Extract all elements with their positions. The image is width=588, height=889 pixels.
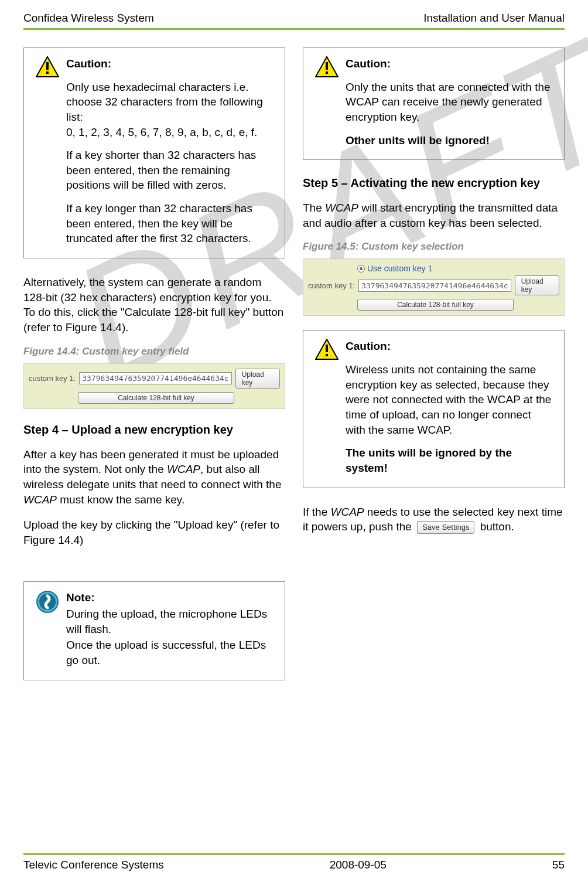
caution-text: Only the units that are connected with t… (346, 80, 552, 125)
caution-title: Caution: (346, 339, 552, 354)
caution-text: If a key shorter than 32 characters has … (66, 148, 273, 193)
svg-rect-7 (326, 71, 328, 74)
custom-key-input[interactable]: 33796349476359207741496e4644634c (358, 280, 511, 292)
calculate-key-button[interactable]: Calculate 128-bit full key (357, 299, 514, 311)
body-paragraph: After a key has been generated it must b… (23, 447, 285, 507)
body-paragraph: Alternatively, the system can generate a… (23, 275, 285, 335)
warning-icon (36, 56, 59, 246)
body-paragraph: Upload the key by clicking the "Upload k… (23, 517, 285, 547)
caution-box-3: Caution: Wireless units not containing t… (303, 330, 565, 488)
figure-field-label: custom key 1: (29, 374, 76, 383)
page-header: Confidea Wireless System Installation an… (23, 12, 565, 30)
footer-right: 55 (552, 859, 565, 871)
header-right: Installation and User Manual (423, 12, 565, 25)
note-title: Note: (66, 590, 273, 605)
svg-rect-2 (46, 71, 49, 74)
custom-key-input[interactable]: 33796349476359207741496e4644634c (79, 372, 231, 384)
calculate-key-button[interactable]: Calculate 128-bit full key (78, 392, 234, 404)
svg-rect-10 (326, 354, 328, 356)
page-footer: Televic Conference Systems 2008-09-05 55 (23, 853, 565, 871)
figure-field-label: custom key 1: (308, 281, 355, 290)
caution-box-2: Caution: Only the units that are connect… (303, 47, 565, 160)
save-settings-button[interactable]: Save Settings (417, 521, 474, 534)
header-left: Confidea Wireless System (23, 12, 154, 25)
caution-title: Caution: (66, 56, 273, 71)
right-column: Caution: Only the units that are connect… (303, 47, 565, 697)
caution-box-1: Caution: Only use hexadecimal characters… (23, 47, 285, 258)
caution-text: If a key longer than 32 characters has b… (66, 201, 273, 246)
caution-text: Other units will be ignored! (346, 133, 552, 148)
body-paragraph: The WCAP will start encrypting the trans… (303, 200, 565, 230)
body-paragraph: If the WCAP needs to use the selected ke… (303, 505, 565, 534)
warning-icon (315, 56, 339, 148)
svg-rect-1 (46, 62, 49, 70)
note-text: During the upload, the microphone LEDs w… (66, 607, 273, 636)
note-text: Once the upload is successful, the LEDs … (66, 638, 273, 667)
note-box: Note: During the upload, the microphone … (23, 581, 285, 680)
caution-text: The units will be ignored by the system! (346, 445, 552, 475)
caution-title: Caution: (346, 56, 552, 71)
radio-button[interactable] (357, 265, 365, 273)
figure-14-4: custom key 1: 33796349476359207741496e46… (23, 363, 285, 409)
info-icon (36, 590, 59, 667)
footer-center: 2008-09-05 (330, 859, 387, 871)
figure-14-5: Use custom key 1 custom key 1: 337963494… (303, 258, 565, 316)
upload-key-button[interactable]: Upload key (235, 369, 280, 389)
left-column: Caution: Only use hexadecimal characters… (23, 47, 285, 697)
page-content: Caution: Only use hexadecimal characters… (23, 47, 565, 697)
svg-rect-6 (326, 62, 328, 70)
upload-key-button[interactable]: Upload key (515, 275, 559, 295)
step-4-heading: Step 4 – Upload a new encryption key (23, 423, 285, 437)
caution-text: Only use hexadecimal characters i.e. cho… (66, 80, 273, 140)
svg-rect-9 (326, 345, 328, 352)
step-5-heading: Step 5 – Activating the new encryption k… (303, 176, 565, 190)
footer-left: Televic Conference Systems (23, 859, 164, 871)
radio-label: Use custom key 1 (367, 264, 432, 273)
figure-caption: Figure 14.5: Custom key selection (303, 241, 565, 253)
warning-icon (315, 339, 339, 475)
figure-caption: Figure 14.4: Custom key entry field (23, 346, 285, 357)
caution-text: Wireless units not containing the same e… (346, 362, 552, 437)
